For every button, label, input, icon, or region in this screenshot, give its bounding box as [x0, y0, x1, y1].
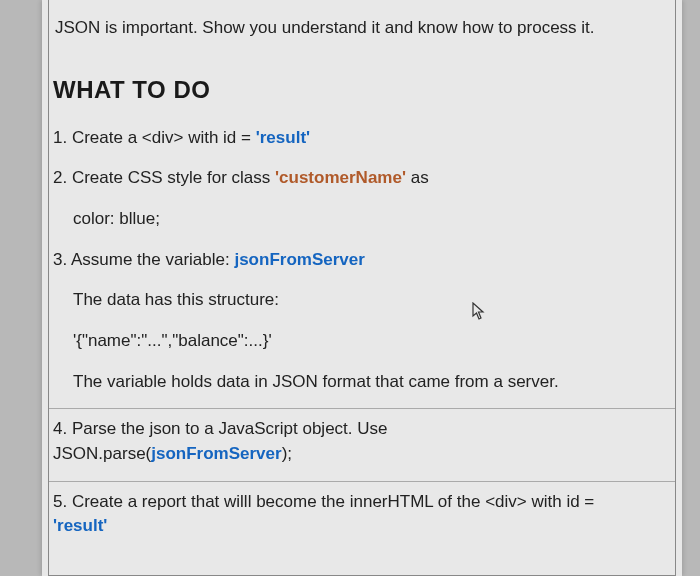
step-4-post: );: [282, 444, 292, 463]
step-1: 1. Create a <div> with id = 'result': [49, 118, 675, 159]
content-box: JSON is important. Show you understand i…: [48, 0, 676, 576]
document-page: JSON is important. Show you understand i…: [42, 0, 682, 576]
step-2-sub: color: bllue;: [49, 199, 675, 240]
step-5-text: 5. Create a report that willl become the…: [53, 492, 594, 511]
step-2-post: as: [406, 168, 429, 187]
step-3-sub3: The variable holds data in JSON format t…: [49, 362, 675, 403]
step-1-text: 1. Create a <div> with id =: [53, 128, 256, 147]
step-2-text: 2. Create CSS style for class: [53, 168, 275, 187]
step-2: 2. Create CSS style for class 'customerN…: [49, 158, 675, 199]
step-2-highlight: 'customerName': [275, 168, 406, 187]
step-3-sub2: '{"name":"...","balance":...}': [49, 321, 675, 362]
step-4-pre: JSON.parse(: [53, 444, 151, 463]
intro-text: JSON is important. Show you understand i…: [49, 0, 675, 64]
section-heading: WHAT TO DO: [49, 64, 675, 118]
step-3: 3. Assume the variable: jsonFromServer: [49, 240, 675, 281]
step-3-highlight: jsonFromServer: [234, 250, 364, 269]
step-3-text: 3. Assume the variable:: [53, 250, 234, 269]
step-4-line1: 4. Parse the json to a JavaScript object…: [49, 409, 675, 442]
step-5: 5. Create a report that willl become the…: [49, 482, 675, 547]
step-3-sub1: The data has this structure:: [49, 280, 675, 321]
step-4-highlight: jsonFromServer: [151, 444, 281, 463]
step-1-highlight: 'result': [256, 128, 310, 147]
step-5-highlight: 'result': [53, 516, 107, 535]
step-4-line2: JSON.parse(jsonFromServer);: [49, 442, 675, 475]
